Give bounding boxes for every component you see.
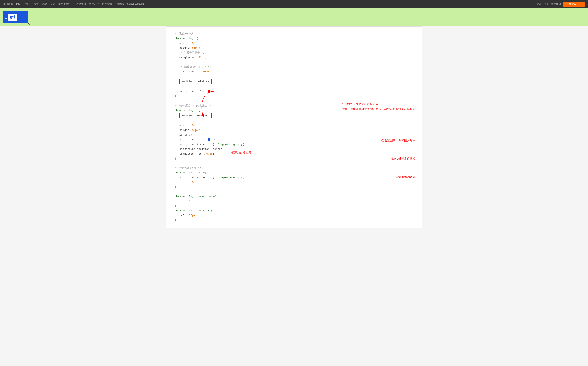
prop-height: height: 55px; [179, 46, 200, 49]
prop-left: left: 0; [179, 133, 192, 136]
header-banner: ⌂ mi ↖ [0, 8, 588, 26]
nav-right: 登录 注册 消息通知 🛒 购物车（0） [536, 2, 585, 7]
selector-header-logo: .header .logo { [175, 37, 198, 40]
cart-label: 购物车（0） [569, 2, 583, 6]
prop-width-2: width: 55px; [179, 124, 199, 127]
mi-logo: mi [8, 14, 17, 21]
annotation-1-note: 注意：这里会收到文字缩进影响，导致链接块消失在屏幕前 [342, 107, 416, 112]
prop-bg-image: background-image: url(../img/mi-logo.png… [179, 143, 246, 146]
annotation-4-text: ④添加浮动效果 [395, 175, 416, 180]
selector-header-logo-home: .header .logo .home{ [175, 171, 206, 174]
code-indent-block-5: left: 55px; [179, 213, 417, 218]
home-icon: ⌂ [5, 15, 7, 20]
code-indent-block-3: background-image: url(../img/mi-home.png… [179, 175, 417, 185]
annotation-3-text: ③对a进行定位摆放 [391, 156, 416, 161]
prop-left-hover-home: left: 0; [179, 200, 192, 203]
nav-left: 小米商城 MIUI IoT 云服务 金融 有品 小爱开放平台 企业团购 资质证照… [3, 2, 536, 6]
annotation-3: ③对a进行定位摆放 [391, 156, 416, 161]
close-brace-4: } [175, 205, 176, 207]
comment-home-img: /* 设置home图片 */ [175, 167, 201, 170]
prop-left-hover-mi: left: 55px; [179, 214, 197, 217]
selector-hover-home: .header .logo:hover .home{ [175, 195, 216, 198]
annotation-4: ④添加浮动效果 [395, 175, 416, 180]
prop-transition: transition: left 0.3s; [179, 152, 214, 155]
nav-link-protocol[interactable]: 协议规则 [102, 2, 112, 6]
annotation-1-title: ① 设置a定位变成行内块元素， 注意：这里会收到文字缩进影响，导致链接块消失在屏… [342, 101, 416, 112]
annotation-2-text: ②设置图片，并将图片居中 [381, 138, 416, 143]
nav-link-xiaomi[interactable]: 小米商城 [3, 2, 13, 6]
logo-block[interactable]: ⌂ mi [3, 11, 28, 23]
annotation-5-text: ⑤添加过渡效果 [231, 150, 251, 155]
prop-margin-top: margin-top: 22px; [179, 56, 206, 59]
close-brace-3: } [175, 186, 176, 189]
prop-bgcolor-blue: background-color: blue; [179, 138, 219, 141]
prop-bg-position: background-position: center; [179, 147, 224, 151]
prop-width: width: 55px; [179, 42, 199, 45]
prop-left-neg: left: -55px; [179, 181, 199, 184]
highlight-position-relative: position: relative; [179, 79, 212, 84]
code-indent-block-4: left: 0; [179, 199, 417, 204]
nav-link-cloud[interactable]: 云服务 [31, 2, 39, 6]
annotation-2: ②设置图片，并将图片居中 [381, 138, 416, 143]
nav-notifications[interactable]: 消息通知 [551, 2, 561, 6]
nav-link-finance[interactable]: 金融 [42, 2, 47, 6]
nav-link-miui[interactable]: MIUI [16, 2, 21, 6]
nav-cart[interactable]: 🛒 购物车（0） [563, 2, 585, 7]
code-panel: /* 设置logo的h1 */ .header .logo { width: 5… [166, 26, 422, 228]
nav-link-download[interactable]: 下载app [115, 2, 124, 6]
close-brace-1: } [175, 95, 176, 98]
code-content: /* 设置logo的h1 */ .header .logo { width: 5… [175, 31, 417, 223]
close-brace-2: } [175, 157, 176, 160]
prop-height-2: height: 55px; [179, 129, 200, 132]
nav-link-youpin[interactable]: 有品 [50, 2, 55, 6]
comment-logo-h1: /* 设置logo的h1 */ [175, 32, 201, 35]
nav-link-xiaoai[interactable]: 小爱开放平台 [58, 2, 73, 6]
code-indent-block: width: 55px; height: 55px; /* 计算垂直居中 */ … [179, 41, 417, 94]
cursor-indicator: ↖ [28, 22, 31, 26]
nav-link-location[interactable]: Select Location [127, 2, 144, 6]
prop-text-indent: text-indent: -990px; [179, 70, 211, 73]
comment-hide-text: /* 隐藏logo中的文字 */ [179, 65, 211, 69]
nav-login[interactable]: 登录 [536, 2, 541, 6]
nav-link-cert[interactable]: 资质证照 [89, 2, 99, 6]
selector-header-logo-a: .header .logo a{ [175, 109, 200, 112]
comment-vertical-center: /* 计算垂直居中 */ [179, 51, 205, 54]
annotation-1-text: ① 设置a定位变成行内块元素， [342, 101, 416, 107]
prop-bg-image-home: background-image: url(../img/mi-home.png… [179, 176, 246, 179]
nav-link-enterprise[interactable]: 企业团购 [76, 2, 86, 6]
nav-bar: 小米商城 MIUI IoT 云服务 金融 有品 小爱开放平台 企业团购 资质证照… [0, 0, 588, 8]
arrow-svg [201, 89, 217, 122]
nav-register[interactable]: 注册 [544, 2, 549, 6]
nav-link-iot[interactable]: IoT [24, 2, 28, 6]
selector-hover-mi: .header .logo:hover .mi{ [175, 209, 212, 212]
cart-icon: 🛒 [565, 3, 568, 6]
annotation-5: ⑤添加过渡效果 [231, 150, 251, 155]
close-brace-5: } [175, 219, 176, 222]
